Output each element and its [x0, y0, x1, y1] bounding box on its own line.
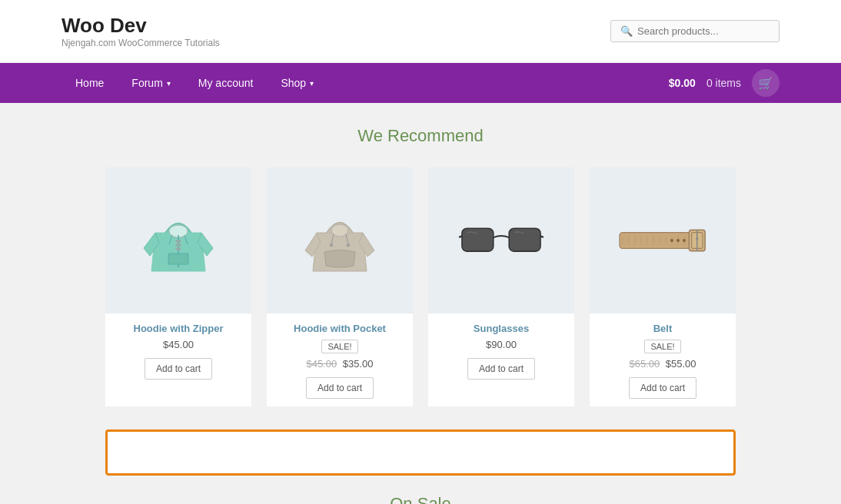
on-sale-section-title: On Sale [105, 494, 736, 504]
product-image-hoodie-pocket [267, 167, 413, 313]
shop-chevron-icon: ▾ [310, 79, 314, 88]
sale-badge-text-belt: SALE! [644, 340, 680, 353]
nav-label-home: Home [75, 77, 104, 89]
site-tagline: Njengah.com WooCommerce Tutorials [61, 38, 220, 48]
svg-rect-5 [178, 244, 181, 246]
add-to-cart-hoodie-zipper[interactable]: Add to cart [145, 358, 212, 380]
nav-label-shop: Shop [281, 77, 306, 89]
nav-item-myaccount[interactable]: My account [184, 63, 268, 103]
product-price-hoodie-pocket: $45.00 $35.00 [267, 358, 413, 370]
svg-rect-17 [509, 228, 540, 251]
sale-badge-hoodie-pocket: SALE! [267, 339, 413, 358]
sale-price-hoodie-pocket: $35.00 [343, 358, 374, 370]
nav-item-forum[interactable]: Forum ▾ [118, 63, 184, 103]
product-image-sunglasses [428, 167, 574, 313]
svg-point-38 [696, 237, 698, 240]
sunglasses-illustration [459, 217, 543, 264]
nav-item-home[interactable]: Home [61, 63, 118, 103]
original-price-belt: $65.00 [629, 358, 660, 370]
nav-label-myaccount: My account [198, 77, 254, 89]
product-card-belt: Belt SALE! $65.00 $55.00 Add to cart [590, 167, 736, 406]
svg-rect-20 [620, 233, 692, 249]
add-to-cart-belt[interactable]: Add to cart [629, 377, 696, 399]
orange-banner [105, 429, 736, 476]
sale-badge-belt: SALE! [590, 339, 736, 358]
site-nav: Home Forum ▾ My account Shop ▾ $0.00 0 i… [0, 63, 841, 103]
svg-point-14 [330, 244, 333, 247]
site-branding: Woo Dev Njengah.com WooCommerce Tutorial… [61, 14, 220, 48]
search-icon: 🔍 [620, 25, 633, 37]
product-title-belt: Belt [590, 323, 736, 334]
nav-left: Home Forum ▾ My account Shop ▾ [61, 63, 327, 103]
site-title: Woo Dev [61, 14, 220, 38]
nav-right: $0.00 0 items 🛒 [669, 69, 780, 97]
search-input[interactable] [637, 25, 770, 37]
product-card-hoodie-pocket: Hoodie with Pocket SALE! $45.00 $35.00 A… [267, 167, 413, 406]
svg-point-32 [670, 239, 673, 242]
product-price-hoodie-zipper: $45.00 [105, 339, 251, 350]
product-price-sunglasses: $90.00 [428, 339, 574, 350]
original-price-hoodie-pocket: $45.00 [306, 358, 337, 370]
forum-chevron-icon: ▾ [167, 79, 171, 88]
nav-label-forum: Forum [131, 77, 162, 89]
recommended-section-title: We Recommend [105, 126, 736, 146]
product-title-sunglasses: Sunglasses [428, 323, 574, 334]
add-to-cart-sunglasses[interactable]: Add to cart [467, 358, 535, 380]
search-bar[interactable]: 🔍 [610, 20, 780, 42]
svg-rect-16 [462, 228, 494, 251]
sale-badge-text-hoodie-pocket: SALE! [321, 340, 357, 353]
cart-icon[interactable]: 🛒 [752, 69, 780, 97]
svg-point-11 [331, 224, 348, 237]
svg-rect-3 [178, 240, 181, 242]
svg-point-15 [347, 244, 350, 247]
nav-item-shop[interactable]: Shop ▾ [267, 63, 327, 103]
product-card-hoodie-zipper: Hoodie with Zipper $45.00 Add to cart [105, 167, 251, 406]
product-title-hoodie-pocket: Hoodie with Pocket [267, 323, 413, 334]
belt-illustration [617, 217, 709, 264]
sale-price-belt: $55.00 [666, 358, 696, 370]
svg-line-19 [540, 237, 543, 238]
svg-point-34 [683, 239, 686, 242]
hoodie-pocket-illustration [298, 198, 382, 283]
cart-count: 0 items [706, 77, 741, 89]
svg-line-18 [459, 237, 462, 238]
product-price-belt: $65.00 $55.00 [590, 358, 736, 370]
product-title-hoodie-zipper: Hoodie with Zipper [105, 323, 251, 334]
site-header: Woo Dev Njengah.com WooCommerce Tutorial… [0, 0, 841, 63]
hoodie-zipper-illustration [136, 198, 221, 283]
svg-point-33 [676, 239, 680, 242]
products-grid: Hoodie with Zipper $45.00 Add to cart [105, 167, 736, 406]
main-content: We Recommend [90, 103, 751, 504]
svg-rect-7 [178, 248, 181, 250]
product-image-belt [590, 167, 736, 313]
product-image-hoodie-zipper [105, 167, 251, 313]
cart-amount: $0.00 [669, 77, 696, 89]
product-card-sunglasses: Sunglasses $90.00 Add to cart [428, 167, 574, 406]
svg-rect-8 [168, 254, 188, 264]
add-to-cart-hoodie-pocket[interactable]: Add to cart [306, 377, 374, 399]
